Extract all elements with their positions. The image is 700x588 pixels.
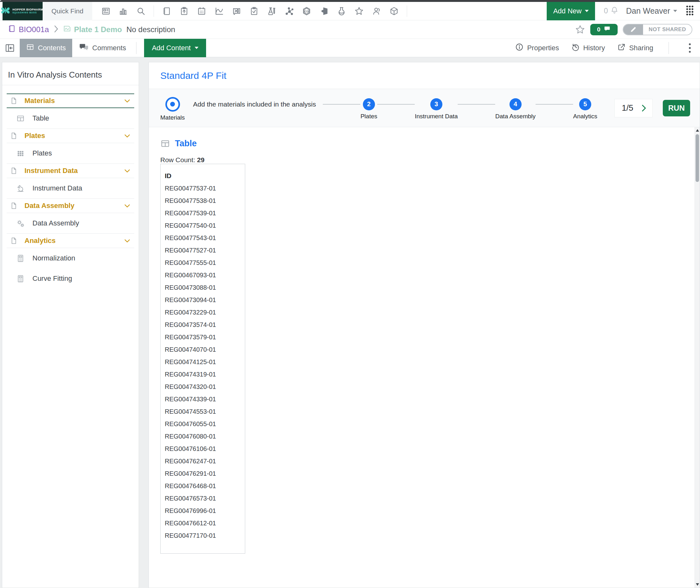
curve-icon[interactable] (214, 6, 224, 16)
id-table-wrap: ID REG00477537-01REG00477538-01REG004775… (160, 164, 245, 554)
section-header-plates[interactable]: Plates (7, 128, 134, 143)
id-cell: REG00477537-01 (161, 182, 245, 195)
section-header-data-assembly[interactable]: Data Assembly (7, 198, 134, 213)
section-header-materials[interactable]: Materials (7, 93, 134, 108)
sidebar-item-data-assembly[interactable]: Data Assembly (7, 213, 134, 233)
page-indicator: 1/5 (622, 103, 633, 113)
contents-sidebar: In Vitro Analysis Contents Materials Tab… (2, 62, 139, 588)
sidebar-title: In Vitro Analysis Contents (2, 62, 139, 85)
divider (2, 85, 139, 85)
table-section-title: Table (175, 139, 197, 149)
chevron-down-icon[interactable] (123, 167, 131, 175)
breadcrumb-project-link[interactable]: BIO001a (8, 24, 49, 35)
microscope-icon (16, 184, 25, 193)
table-row: REG00474319-01 (161, 368, 245, 381)
round-flask-icon[interactable] (337, 6, 346, 16)
comments-bubbles-icon (79, 43, 89, 53)
clipboard-check-icon[interactable] (249, 6, 259, 16)
star-icon[interactable] (354, 6, 364, 16)
butterfly-logo-icon (0, 6, 11, 17)
sharing-button[interactable]: Sharing (617, 43, 653, 53)
collapse-sidebar-icon[interactable] (4, 43, 15, 53)
notifications[interactable]: 0 (604, 6, 619, 16)
id-cell: REG00476055-01 (161, 418, 245, 430)
next-step-chevron-icon[interactable] (640, 104, 647, 112)
company-logo[interactable]: HOPPER BIOPHARMA SQUASHING BUGS (3, 2, 43, 20)
comment-count-badge[interactable]: 0 (590, 24, 618, 35)
table-row: REG00476055-01 (161, 418, 245, 430)
table-row: REG00474070-01 (161, 343, 245, 356)
chevron-down-icon[interactable] (123, 237, 131, 245)
add-content-button[interactable]: Add Content (144, 39, 206, 57)
step-4-data-assembly[interactable]: 4 Data Assembly (495, 97, 536, 120)
id-cell: REG00474125-01 (161, 356, 245, 368)
row-count-value: 29 (197, 156, 204, 163)
step-description: Add the materials included in the analys… (193, 100, 316, 108)
analysis-title-band: Standard 4P Fit (149, 62, 700, 89)
scroll-down-arrow-icon[interactable] (696, 583, 699, 586)
chevron-down-icon[interactable] (123, 97, 131, 105)
sidebar-section-instrument-data: Instrument Data Instrument Data (7, 163, 134, 198)
breadcrumb-entry[interactable]: Plate 1 Demo (63, 24, 122, 35)
step-number-circle: 2 (363, 98, 375, 110)
tab-comments[interactable]: Comments (72, 39, 133, 57)
sidebar-item-table[interactable]: Table (7, 108, 134, 128)
sidebar-item-plates[interactable]: Plates (7, 143, 134, 163)
favorite-star-icon[interactable] (575, 24, 585, 35)
step-3-instrument-data[interactable]: 3 Instrument Data (415, 97, 458, 120)
table-icon (16, 114, 25, 123)
section-header-instrument-data[interactable]: Instrument Data (7, 163, 134, 178)
molecule-icon[interactable] (284, 6, 294, 16)
entry-description[interactable]: No description (126, 25, 175, 34)
more-options-kebab-icon[interactable] (684, 43, 696, 53)
logo-text: HOPPER BIOPHARMA SQUASHING BUGS (12, 8, 45, 14)
sidebar-item-curve-fitting[interactable]: Curve Fitting (7, 268, 134, 289)
notification-count: 0 (604, 7, 608, 15)
user-icon[interactable] (372, 6, 381, 16)
app-launcher-grid-icon[interactable] (685, 5, 694, 17)
solid-badge-icon[interactable] (319, 6, 329, 16)
hexagon-cd-icon[interactable]: CD (302, 6, 311, 16)
chevron-down-icon[interactable] (123, 132, 131, 140)
breadcrumb: BIO001a Plate 1 Demo No description 0 NO… (0, 20, 700, 39)
calculator-icon (16, 274, 25, 283)
table-row: REG00473579-01 (161, 331, 245, 343)
chevron-down-icon (673, 10, 677, 12)
calendar-icon[interactable] (197, 6, 206, 16)
step-5-analytics[interactable]: 5 Analytics (573, 97, 597, 120)
step-1-materials[interactable]: Materials (160, 97, 185, 121)
document-icon (10, 167, 17, 175)
step-2-plates[interactable]: 2 Plates (360, 97, 377, 120)
chat-shuffle-icon[interactable] (232, 6, 241, 16)
clipboard-up-icon[interactable] (179, 6, 189, 16)
chevron-down-icon[interactable] (123, 202, 131, 210)
table-row: REG00477170-01 (161, 529, 245, 542)
properties-button[interactable]: Properties (515, 43, 559, 53)
cube-icon[interactable] (389, 6, 399, 16)
history-button[interactable]: History (571, 43, 605, 53)
scrollbar-thumb[interactable] (696, 134, 699, 182)
dashboard-icon[interactable] (101, 6, 111, 16)
scroll-up-arrow-icon[interactable] (696, 129, 699, 132)
navbar-separator (154, 5, 154, 17)
tab-contents[interactable]: Contents (20, 39, 72, 57)
id-cell: REG00477539-01 (161, 207, 245, 219)
quick-find-input[interactable]: Quick Find (43, 2, 92, 20)
run-button[interactable]: RUN (663, 100, 690, 116)
bar-chart-icon[interactable] (119, 6, 128, 16)
id-cell: REG00476468-01 (161, 480, 245, 492)
table-row: REG00467093-01 (161, 269, 245, 281)
search-icon[interactable] (136, 6, 146, 16)
id-cell: REG00476996-01 (161, 505, 245, 517)
flask-tube-icon[interactable] (267, 6, 276, 16)
pencil-icon (623, 24, 643, 35)
vertical-scrollbar[interactable] (695, 127, 700, 588)
add-new-button[interactable]: Add New (547, 2, 595, 20)
sidebar-item-normalization[interactable]: Normalization (7, 248, 134, 268)
sidebar-item-instrument-data[interactable]: Instrument Data (7, 178, 134, 198)
notebook-icon[interactable] (162, 6, 171, 16)
share-status-pill[interactable]: NOT SHARED (623, 24, 692, 35)
toolbar-right: Properties History Sharing (515, 42, 700, 54)
user-menu[interactable]: Dan Weaver (626, 6, 677, 16)
section-header-analytics[interactable]: Analytics (7, 233, 134, 248)
